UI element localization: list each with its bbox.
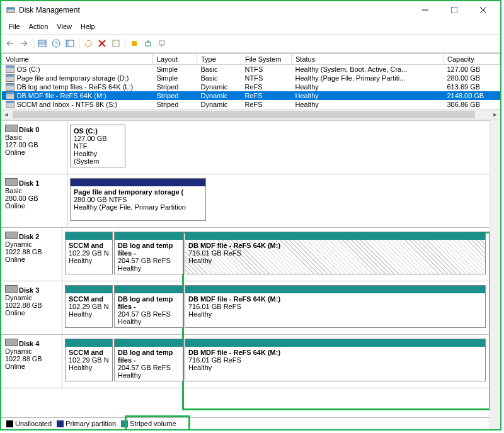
col-layout[interactable]: Layout bbox=[153, 54, 197, 65]
partition-bar bbox=[115, 232, 183, 240]
app-icon bbox=[6, 6, 15, 14]
disk-icon bbox=[5, 178, 18, 186]
partition-bar bbox=[66, 232, 112, 240]
delete-icon[interactable] bbox=[96, 37, 108, 50]
disk-icon bbox=[5, 339, 18, 346]
toolbar: ? bbox=[1, 34, 500, 53]
svg-rect-6 bbox=[38, 40, 46, 47]
svg-text:?: ? bbox=[54, 40, 57, 47]
volume-row[interactable]: SCCM and Inbox - NTFS 8K (S:)StripedDyna… bbox=[2, 100, 500, 109]
horizontal-scrollbar[interactable]: ◄ ► bbox=[1, 109, 500, 120]
disk-body: SCCM and102.29 GB NHealthyDB log and tem… bbox=[62, 281, 490, 334]
refresh-icon[interactable] bbox=[82, 37, 94, 50]
legend-unallocated: Unallocated bbox=[6, 420, 52, 427]
partition-bar bbox=[115, 286, 183, 293]
partition-bar bbox=[66, 339, 112, 347]
partition[interactable]: DB MDF file - ReFS 64K (M:)716.01 GB ReF… bbox=[185, 339, 486, 381]
column-headers[interactable]: Volume Layout Type File System Status Ca… bbox=[2, 54, 500, 65]
volume-icon bbox=[6, 101, 14, 108]
list-view-icon[interactable] bbox=[36, 37, 49, 50]
detach-icon[interactable] bbox=[156, 37, 168, 50]
scroll-left-arrow[interactable]: ◄ bbox=[1, 110, 11, 120]
col-type[interactable]: Type bbox=[197, 54, 241, 65]
disk-row: Disk 2Dynamic1022.88 GBOnlineSCCM and102… bbox=[1, 228, 490, 281]
svg-rect-15 bbox=[113, 40, 119, 47]
volume-icon bbox=[6, 74, 14, 82]
partition-bar bbox=[115, 339, 183, 347]
svg-rect-17 bbox=[132, 41, 137, 46]
vertical-scrollbar[interactable] bbox=[490, 120, 500, 429]
menu-file[interactable]: File bbox=[5, 21, 24, 31]
swatch-striped bbox=[121, 420, 128, 427]
window-title: Disk Management bbox=[19, 6, 411, 14]
disk-icon bbox=[5, 285, 18, 293]
close-button[interactable] bbox=[469, 1, 498, 19]
partition[interactable]: SCCM and102.29 GB NHealthy bbox=[65, 285, 113, 328]
attach-icon[interactable] bbox=[142, 37, 154, 50]
partition[interactable]: Page file and temporary storage (280.00 … bbox=[70, 178, 206, 221]
volume-row[interactable]: Page file and temporary storage (D:)Simp… bbox=[2, 74, 500, 82]
menubar: File Action View Help bbox=[1, 19, 500, 34]
partition-bar bbox=[185, 339, 485, 347]
volume-list: Volume Layout Type File System Status Ca… bbox=[1, 53, 500, 120]
disk-row: Disk 1Basic280.00 GBOnlinePage file and … bbox=[1, 174, 490, 228]
menu-view[interactable]: View bbox=[53, 21, 76, 31]
properties-icon[interactable] bbox=[110, 37, 122, 50]
help-icon[interactable]: ? bbox=[50, 37, 62, 50]
partition[interactable]: DB MDF file - ReFS 64K (M:)716.01 GB ReF… bbox=[185, 285, 486, 328]
disk-header[interactable]: Disk 2Dynamic1022.88 GBOnline bbox=[1, 228, 62, 281]
scroll-thumb[interactable] bbox=[13, 111, 475, 118]
graphical-view-icon[interactable] bbox=[64, 37, 76, 50]
disk-row: Disk 3Dynamic1022.88 GBOnlineSCCM and102… bbox=[1, 281, 490, 335]
disk-header[interactable]: Disk 0Basic127.00 GBOnline bbox=[1, 121, 67, 174]
partition-bar bbox=[71, 179, 205, 186]
svg-rect-1 bbox=[7, 8, 14, 9]
volume-row[interactable]: OS (C:)SimpleBasicNTFSHealthy (System, B… bbox=[2, 65, 500, 74]
disk-pane[interactable]: Disk 0Basic127.00 GBOnlineOS (C:)127.00 … bbox=[1, 120, 490, 417]
disk-header[interactable]: Disk 3Dynamic1022.88 GBOnline bbox=[1, 281, 62, 334]
partition[interactable]: SCCM and102.29 GB NHealthy bbox=[65, 339, 113, 381]
partition[interactable]: DB MDF file - ReFS 64K (M:)716.01 GB ReF… bbox=[185, 232, 486, 274]
volume-row[interactable]: DB log and temp files - ReFS 64K (L:)Str… bbox=[2, 82, 500, 91]
scroll-right-arrow[interactable]: ► bbox=[490, 110, 500, 120]
disk-body: Page file and temporary storage (280.00 … bbox=[67, 174, 490, 227]
disk-body: OS (C:)127.00 GB NTFHealthy (System bbox=[67, 121, 490, 174]
partition[interactable]: SCCM and102.29 GB NHealthy bbox=[65, 232, 113, 274]
disk-header[interactable]: Disk 1Basic280.00 GBOnline bbox=[1, 174, 67, 227]
back-button[interactable] bbox=[4, 37, 16, 50]
forward-button[interactable] bbox=[18, 37, 30, 50]
disk-header[interactable]: Disk 4Dynamic1022.88 GBOnline bbox=[1, 335, 62, 388]
window-frame: Disk Management File Action View Help ? bbox=[0, 0, 501, 430]
svg-rect-3 bbox=[451, 7, 457, 13]
partition[interactable]: DB log and temp files -204.57 GB ReFSHea… bbox=[114, 339, 183, 381]
svg-rect-19 bbox=[159, 41, 164, 45]
separator bbox=[125, 38, 125, 49]
legend: Unallocated Primary partition Striped vo… bbox=[1, 417, 490, 429]
volume-icon bbox=[6, 92, 14, 99]
separator bbox=[33, 38, 33, 49]
col-volume[interactable]: Volume bbox=[2, 54, 153, 65]
disk-icon bbox=[5, 125, 18, 132]
partition-bar bbox=[185, 286, 485, 293]
partition[interactable]: DB log and temp files -204.57 GB ReFSHea… bbox=[114, 232, 183, 274]
svg-rect-12 bbox=[66, 40, 69, 47]
col-fs[interactable]: File System bbox=[241, 54, 292, 65]
disk-row: Disk 4Dynamic1022.88 GBOnlineSCCM and102… bbox=[1, 335, 490, 388]
minimize-button[interactable] bbox=[411, 1, 440, 19]
partition-bar bbox=[66, 286, 112, 293]
menu-action[interactable]: Action bbox=[25, 21, 52, 31]
partition[interactable]: OS (C:)127.00 GB NTFHealthy (System bbox=[70, 125, 125, 167]
swatch-primary bbox=[57, 420, 64, 427]
action-icon[interactable] bbox=[128, 37, 140, 50]
volume-row[interactable]: DB MDF file - ReFS 64K (M:)StripedDynami… bbox=[2, 91, 500, 100]
volume-icon bbox=[6, 65, 14, 73]
svg-point-16 bbox=[114, 42, 115, 43]
legend-striped: Striped volume bbox=[121, 420, 176, 427]
col-status[interactable]: Status bbox=[292, 54, 444, 65]
maximize-button[interactable] bbox=[440, 1, 469, 19]
swatch-unallocated bbox=[6, 420, 13, 427]
disk-body: SCCM and102.29 GB NHealthyDB log and tem… bbox=[62, 335, 490, 388]
partition[interactable]: DB log and temp files -204.57 GB ReFSHea… bbox=[114, 285, 183, 328]
col-capacity[interactable]: Capacity bbox=[444, 54, 500, 65]
menu-help[interactable]: Help bbox=[77, 21, 99, 31]
